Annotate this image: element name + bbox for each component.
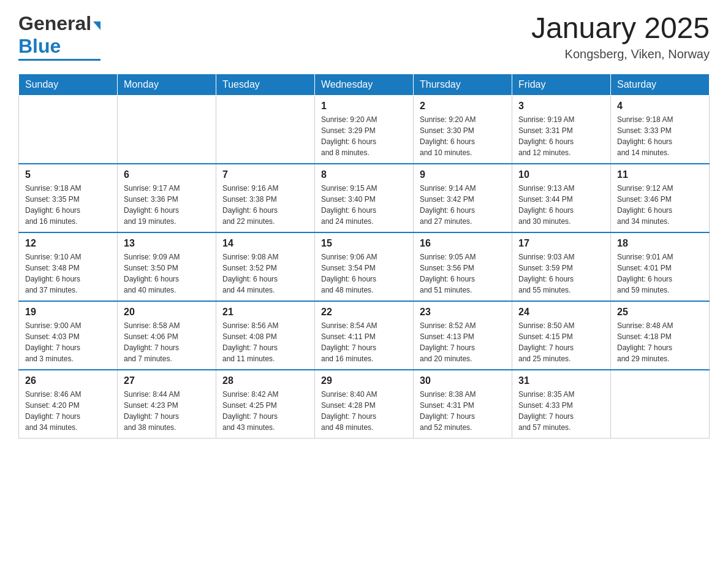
day-info: Sunrise: 8:48 AMSunset: 4:18 PMDaylight:… <box>617 320 703 364</box>
page-header: General Blue January 2025 Kongsberg, Vik… <box>18 12 710 61</box>
calendar-cell: 29Sunrise: 8:40 AMSunset: 4:28 PMDayligh… <box>315 370 414 439</box>
calendar-week-row: 26Sunrise: 8:46 AMSunset: 4:20 PMDayligh… <box>19 370 710 439</box>
day-info: Sunrise: 8:35 AMSunset: 4:33 PMDaylight:… <box>518 389 604 433</box>
location: Kongsberg, Viken, Norway <box>531 47 710 61</box>
day-number: 24 <box>518 307 604 318</box>
logo-triangle-icon <box>93 21 100 30</box>
calendar-cell <box>611 370 710 439</box>
calendar-cell: 15Sunrise: 9:06 AMSunset: 3:54 PMDayligh… <box>315 232 414 301</box>
calendar-header-sunday: Sunday <box>19 74 118 95</box>
day-info: Sunrise: 9:19 AMSunset: 3:31 PMDaylight:… <box>518 114 604 158</box>
calendar-cell: 19Sunrise: 9:00 AMSunset: 4:03 PMDayligh… <box>19 301 118 370</box>
day-number: 8 <box>321 169 407 180</box>
calendar-cell: 3Sunrise: 9:19 AMSunset: 3:31 PMDaylight… <box>512 95 611 164</box>
calendar-cell: 12Sunrise: 9:10 AMSunset: 3:48 PMDayligh… <box>19 232 118 301</box>
day-info: Sunrise: 8:42 AMSunset: 4:25 PMDaylight:… <box>222 389 308 433</box>
calendar-header-monday: Monday <box>118 74 216 95</box>
day-info: Sunrise: 9:18 AMSunset: 3:33 PMDaylight:… <box>617 114 703 158</box>
day-number: 19 <box>25 307 111 318</box>
day-number: 7 <box>222 169 308 180</box>
day-info: Sunrise: 9:03 AMSunset: 3:59 PMDaylight:… <box>518 251 604 296</box>
day-info: Sunrise: 8:46 AMSunset: 4:20 PMDaylight:… <box>25 389 111 433</box>
day-info: Sunrise: 9:08 AMSunset: 3:52 PMDaylight:… <box>222 251 308 296</box>
calendar-week-row: 1Sunrise: 9:20 AMSunset: 3:29 PMDaylight… <box>19 95 710 164</box>
day-number: 2 <box>420 101 506 112</box>
calendar-week-row: 19Sunrise: 9:00 AMSunset: 4:03 PMDayligh… <box>19 301 710 370</box>
calendar-cell <box>216 95 315 164</box>
day-info: Sunrise: 9:16 AMSunset: 3:38 PMDaylight:… <box>222 183 308 227</box>
day-number: 18 <box>617 238 703 249</box>
calendar-cell: 31Sunrise: 8:35 AMSunset: 4:33 PMDayligh… <box>512 370 611 439</box>
day-info: Sunrise: 9:18 AMSunset: 3:35 PMDaylight:… <box>25 183 111 227</box>
day-number: 23 <box>420 307 506 318</box>
day-number: 26 <box>25 375 111 386</box>
calendar-cell: 22Sunrise: 8:54 AMSunset: 4:11 PMDayligh… <box>315 301 414 370</box>
day-info: Sunrise: 9:01 AMSunset: 4:01 PMDaylight:… <box>617 251 703 296</box>
day-number: 14 <box>222 238 308 249</box>
calendar-cell: 23Sunrise: 8:52 AMSunset: 4:13 PMDayligh… <box>414 301 512 370</box>
day-number: 10 <box>518 169 604 180</box>
day-number: 25 <box>617 307 703 318</box>
day-info: Sunrise: 9:20 AMSunset: 3:30 PMDaylight:… <box>420 114 506 158</box>
day-number: 11 <box>617 169 703 180</box>
calendar-cell: 20Sunrise: 8:58 AMSunset: 4:06 PMDayligh… <box>118 301 216 370</box>
calendar-cell: 25Sunrise: 8:48 AMSunset: 4:18 PMDayligh… <box>611 301 710 370</box>
calendar-cell <box>19 95 118 164</box>
calendar-cell: 11Sunrise: 9:12 AMSunset: 3:46 PMDayligh… <box>611 164 710 232</box>
day-number: 30 <box>420 375 506 386</box>
day-info: Sunrise: 8:50 AMSunset: 4:15 PMDaylight:… <box>518 320 604 364</box>
calendar-cell: 30Sunrise: 8:38 AMSunset: 4:31 PMDayligh… <box>414 370 512 439</box>
day-number: 29 <box>321 375 407 386</box>
day-info: Sunrise: 8:44 AMSunset: 4:23 PMDaylight:… <box>124 389 210 433</box>
day-number: 5 <box>25 169 111 180</box>
calendar-cell: 16Sunrise: 9:05 AMSunset: 3:56 PMDayligh… <box>414 232 512 301</box>
day-info: Sunrise: 9:09 AMSunset: 3:50 PMDaylight:… <box>124 251 210 296</box>
logo-general-text: General <box>18 12 91 35</box>
day-number: 20 <box>124 307 210 318</box>
logo: General Blue <box>18 12 100 61</box>
day-info: Sunrise: 9:20 AMSunset: 3:29 PMDaylight:… <box>321 114 407 158</box>
day-number: 17 <box>518 238 604 249</box>
calendar-cell <box>118 95 216 164</box>
day-info: Sunrise: 8:56 AMSunset: 4:08 PMDaylight:… <box>222 320 308 364</box>
day-number: 27 <box>124 375 210 386</box>
calendar-cell: 8Sunrise: 9:15 AMSunset: 3:40 PMDaylight… <box>315 164 414 232</box>
calendar-cell: 1Sunrise: 9:20 AMSunset: 3:29 PMDaylight… <box>315 95 414 164</box>
calendar-cell: 18Sunrise: 9:01 AMSunset: 4:01 PMDayligh… <box>611 232 710 301</box>
day-info: Sunrise: 9:12 AMSunset: 3:46 PMDaylight:… <box>617 183 703 227</box>
calendar-header-thursday: Thursday <box>414 74 512 95</box>
month-title: January 2025 <box>531 12 710 45</box>
logo-blue-text: Blue <box>18 35 61 58</box>
day-info: Sunrise: 9:17 AMSunset: 3:36 PMDaylight:… <box>124 183 210 227</box>
calendar-cell: 26Sunrise: 8:46 AMSunset: 4:20 PMDayligh… <box>19 370 118 439</box>
calendar-cell: 28Sunrise: 8:42 AMSunset: 4:25 PMDayligh… <box>216 370 315 439</box>
calendar-cell: 10Sunrise: 9:13 AMSunset: 3:44 PMDayligh… <box>512 164 611 232</box>
calendar-week-row: 12Sunrise: 9:10 AMSunset: 3:48 PMDayligh… <box>19 232 710 301</box>
day-info: Sunrise: 8:54 AMSunset: 4:11 PMDaylight:… <box>321 320 407 364</box>
calendar-week-row: 5Sunrise: 9:18 AMSunset: 3:35 PMDaylight… <box>19 164 710 232</box>
calendar-header-wednesday: Wednesday <box>315 74 414 95</box>
logo-underline <box>18 59 100 61</box>
day-number: 1 <box>321 101 407 112</box>
calendar-cell: 2Sunrise: 9:20 AMSunset: 3:30 PMDaylight… <box>414 95 512 164</box>
calendar-cell: 6Sunrise: 9:17 AMSunset: 3:36 PMDaylight… <box>118 164 216 232</box>
calendar-cell: 27Sunrise: 8:44 AMSunset: 4:23 PMDayligh… <box>118 370 216 439</box>
calendar-header-saturday: Saturday <box>611 74 710 95</box>
day-number: 28 <box>222 375 308 386</box>
calendar-cell: 5Sunrise: 9:18 AMSunset: 3:35 PMDaylight… <box>19 164 118 232</box>
day-number: 16 <box>420 238 506 249</box>
calendar-cell: 17Sunrise: 9:03 AMSunset: 3:59 PMDayligh… <box>512 232 611 301</box>
calendar-table: SundayMondayTuesdayWednesdayThursdayFrid… <box>18 74 710 439</box>
day-number: 6 <box>124 169 210 180</box>
calendar-cell: 21Sunrise: 8:56 AMSunset: 4:08 PMDayligh… <box>216 301 315 370</box>
day-info: Sunrise: 9:15 AMSunset: 3:40 PMDaylight:… <box>321 183 407 227</box>
calendar-cell: 14Sunrise: 9:08 AMSunset: 3:52 PMDayligh… <box>216 232 315 301</box>
day-info: Sunrise: 9:10 AMSunset: 3:48 PMDaylight:… <box>25 251 111 296</box>
day-number: 13 <box>124 238 210 249</box>
calendar-cell: 13Sunrise: 9:09 AMSunset: 3:50 PMDayligh… <box>118 232 216 301</box>
title-area: January 2025 Kongsberg, Viken, Norway <box>531 12 710 61</box>
day-number: 21 <box>222 307 308 318</box>
calendar-cell: 7Sunrise: 9:16 AMSunset: 3:38 PMDaylight… <box>216 164 315 232</box>
day-info: Sunrise: 9:06 AMSunset: 3:54 PMDaylight:… <box>321 251 407 296</box>
calendar-cell: 9Sunrise: 9:14 AMSunset: 3:42 PMDaylight… <box>414 164 512 232</box>
